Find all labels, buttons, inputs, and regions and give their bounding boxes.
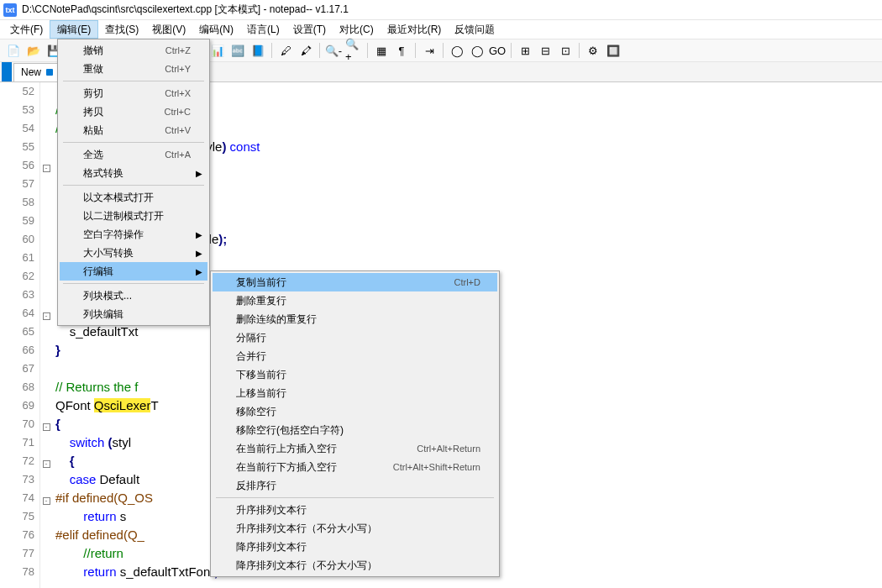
- fold-marker[interactable]: [40, 119, 52, 138]
- fold-marker[interactable]: [40, 378, 52, 396]
- toolbar-button[interactable]: ⇥: [421, 42, 438, 59]
- toolbar-button[interactable]: 📊: [209, 42, 226, 59]
- fold-marker[interactable]: [40, 396, 52, 415]
- toolbar-button[interactable]: ¶: [393, 42, 410, 59]
- toolbar-button[interactable]: 🔤: [229, 42, 246, 59]
- fold-marker[interactable]: [40, 267, 52, 286]
- menu-item-反排序行[interactable]: 反排序行: [213, 476, 497, 495]
- menu-item-label: 删除连续的重复行: [236, 312, 317, 327]
- fold-marker[interactable]: -: [40, 452, 52, 470]
- toolbar-button[interactable]: 🖍: [297, 42, 314, 59]
- menu-反馈问题[interactable]: 反馈问题: [448, 20, 501, 39]
- toolbar-button[interactable]: ⊟: [537, 42, 554, 59]
- toolbar-separator: [443, 43, 444, 58]
- toolbar-button[interactable]: 🖊: [277, 42, 294, 59]
- fold-marker[interactable]: -: [40, 156, 52, 175]
- menu-item-以二进制模式打开[interactable]: 以二进制模式打开: [60, 207, 207, 225]
- menu-语言(L)[interactable]: 语言(L): [240, 20, 286, 39]
- menu-item-合并行[interactable]: 合并行: [213, 347, 497, 365]
- fold-marker[interactable]: [40, 212, 52, 230]
- line-number: 54: [0, 119, 34, 138]
- fold-marker[interactable]: [40, 470, 52, 489]
- menu-文件(F)[interactable]: 文件(F): [3, 20, 50, 39]
- menubar: 文件(F)编辑(E)查找(S)视图(V)编码(N)语言(L)设置(T)对比(C)…: [0, 20, 882, 39]
- menu-item-列块模式...[interactable]: 列块模式...: [60, 286, 207, 305]
- fold-marker[interactable]: [40, 433, 52, 452]
- toolbar-button[interactable]: GO: [489, 42, 506, 59]
- menu-编码(N)[interactable]: 编码(N): [192, 20, 240, 39]
- fold-marker[interactable]: [40, 249, 52, 267]
- fold-marker[interactable]: -: [40, 415, 52, 433]
- menu-item-剪切[interactable]: 剪切Ctrl+X: [60, 84, 207, 102]
- menu-item-在当前行下方插入空行[interactable]: 在当前行下方插入空行Ctrl+Alt+Shift+Return: [213, 458, 497, 476]
- menu-item-上移当前行[interactable]: 上移当前行: [213, 384, 497, 402]
- toolbar-button[interactable]: 📘: [249, 42, 266, 59]
- fold-marker[interactable]: [40, 230, 52, 249]
- fold-marker[interactable]: [40, 193, 52, 212]
- menu-item-降序排列文本行[interactable]: 降序排列文本行: [213, 538, 497, 556]
- fold-marker[interactable]: [40, 563, 52, 581]
- menu-item-行编辑[interactable]: 行编辑▶: [60, 262, 207, 281]
- fold-marker[interactable]: [40, 544, 52, 563]
- menu-item-空白字符操作[interactable]: 空白字符操作▶: [60, 225, 207, 244]
- fold-marker[interactable]: [40, 286, 52, 304]
- toolbar-button[interactable]: ⚙: [585, 42, 601, 59]
- menu-item-删除连续的重复行[interactable]: 删除连续的重复行: [213, 310, 497, 328]
- menu-item-移除空行(包括空白字符)[interactable]: 移除空行(包括空白字符): [213, 421, 497, 439]
- toolbar-button[interactable]: ⊡: [557, 42, 574, 59]
- menu-item-拷贝[interactable]: 拷贝Ctrl+C: [60, 102, 207, 121]
- toolbar-button[interactable]: 🔍-: [325, 42, 342, 59]
- fold-column[interactable]: - - - - -: [40, 82, 52, 588]
- fold-marker[interactable]: [40, 101, 52, 119]
- menu-item-label: 在当前行上方插入空行: [236, 442, 337, 456]
- menu-item-下移当前行[interactable]: 下移当前行: [213, 365, 497, 384]
- toolbar-button[interactable]: ▦: [373, 42, 390, 59]
- toolbar-button[interactable]: 🔍+: [345, 42, 362, 59]
- menu-separator: [63, 81, 204, 81]
- menu-item-移除空行[interactable]: 移除空行: [213, 402, 497, 421]
- toolbar-button[interactable]: ◯: [449, 42, 465, 59]
- toolbar-button[interactable]: ◯: [469, 42, 486, 59]
- fold-marker[interactable]: [40, 360, 52, 378]
- fold-marker[interactable]: [40, 507, 52, 526]
- menu-item-在当前行上方插入空行[interactable]: 在当前行上方插入空行Ctrl+Alt+Return: [213, 439, 497, 458]
- fold-marker[interactable]: [40, 526, 52, 544]
- menu-item-以文本模式打开[interactable]: 以文本模式打开: [60, 188, 207, 207]
- menu-编辑(E)[interactable]: 编辑(E): [50, 20, 98, 39]
- menu-item-大小写转换[interactable]: 大小写转换▶: [60, 244, 207, 262]
- menu-查找(S)[interactable]: 查找(S): [98, 20, 145, 39]
- menu-对比(C)[interactable]: 对比(C): [333, 20, 381, 39]
- menu-item-列块编辑[interactable]: 列块编辑: [60, 305, 207, 323]
- toolbar-button[interactable]: 📂: [25, 42, 42, 59]
- menu-item-分隔行[interactable]: 分隔行: [213, 328, 497, 347]
- fold-marker[interactable]: -: [40, 489, 52, 507]
- fold-marker[interactable]: [40, 138, 52, 156]
- fold-marker[interactable]: [40, 341, 52, 360]
- line-number: 71: [0, 433, 34, 452]
- toolbar-button[interactable]: 📄: [5, 42, 22, 59]
- menu-item-label: 剪切: [83, 87, 103, 101]
- menu-item-降序排列文本行（不分大小写）[interactable]: 降序排列文本行（不分大小写）: [213, 556, 497, 575]
- menu-item-label: 上移当前行: [236, 386, 286, 401]
- menu-item-删除重复行[interactable]: 删除重复行: [213, 291, 497, 310]
- menu-最近对比(R)[interactable]: 最近对比(R): [381, 20, 449, 39]
- menu-视图(V)[interactable]: 视图(V): [145, 20, 192, 39]
- menu-shortcut: Ctrl+C: [165, 107, 191, 117]
- menu-item-升序排列文本行（不分大小写）[interactable]: 升序排列文本行（不分大小写）: [213, 519, 497, 538]
- line-number: 78: [0, 563, 34, 581]
- fold-marker[interactable]: -: [40, 304, 52, 323]
- fold-marker[interactable]: [40, 82, 52, 101]
- toolbar-button[interactable]: 🔲: [605, 42, 622, 59]
- menu-item-复制当前行[interactable]: 复制当前行Ctrl+D: [213, 273, 497, 291]
- toolbar-button[interactable]: ⊞: [517, 42, 533, 59]
- menu-item-撤销[interactable]: 撤销Ctrl+Z: [60, 41, 207, 60]
- menu-item-粘贴[interactable]: 粘贴Ctrl+V: [60, 121, 207, 139]
- fold-marker[interactable]: [40, 323, 52, 341]
- fold-marker[interactable]: [40, 175, 52, 193]
- menu-设置(T)[interactable]: 设置(T): [286, 20, 333, 39]
- toolbar-separator: [367, 43, 368, 58]
- menu-item-全选[interactable]: 全选Ctrl+A: [60, 145, 207, 164]
- menu-item-重做[interactable]: 重做Ctrl+Y: [60, 60, 207, 78]
- menu-item-升序排列文本行[interactable]: 升序排列文本行: [213, 501, 497, 519]
- menu-item-格式转换[interactable]: 格式转换▶: [60, 164, 207, 182]
